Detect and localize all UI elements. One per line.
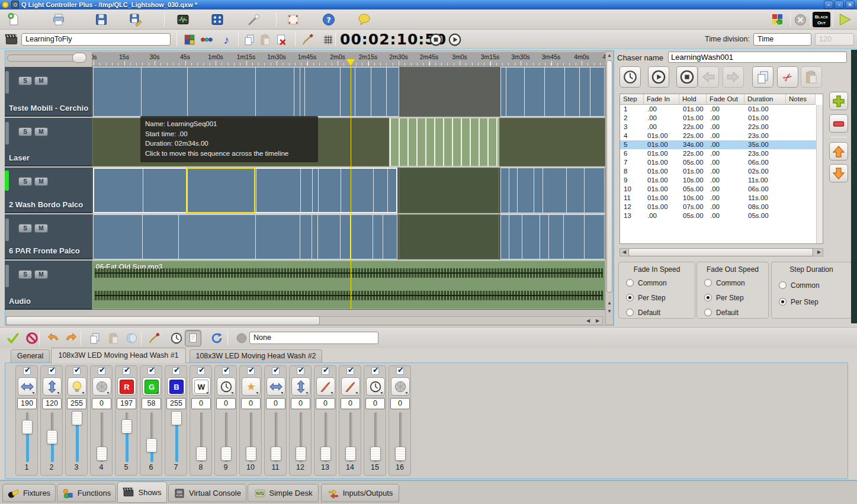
channel-value[interactable]: 0 — [92, 398, 111, 409]
sequence-block[interactable] — [399, 168, 499, 213]
channel-slider-handle[interactable] — [171, 411, 182, 425]
speed-icon[interactable]: ▼ — [366, 377, 385, 396]
playhead-line[interactable] — [351, 66, 351, 309]
scroll-down-icon[interactable]: ▼ — [606, 308, 613, 315]
playhead-marker-icon[interactable] — [346, 59, 355, 66]
channel-enable-checkbox[interactable] — [73, 367, 81, 375]
step-plus-button[interactable] — [829, 92, 848, 110]
channel-slider-handle[interactable] — [146, 438, 157, 452]
audio-panel-button[interactable] — [174, 11, 192, 28]
sequence-block[interactable] — [93, 67, 399, 117]
step-row[interactable]: 1201s.0007s.00.0008s.00 — [620, 203, 816, 211]
track-header[interactable]: SMTeste Mobili - Cerchio — [5, 67, 92, 117]
chaser-scissors-button[interactable]: ✂ — [777, 66, 798, 88]
tab-virtual-console[interactable]: Virtual Console — [168, 484, 246, 502]
channel-value[interactable]: 0 — [316, 398, 335, 409]
radio-per-step[interactable] — [626, 294, 634, 301]
track-header[interactable]: SMAudio — [5, 261, 92, 310]
scroll-up-icon[interactable]: ▲ — [606, 52, 613, 59]
mute-button[interactable]: M — [34, 270, 48, 279]
clock-button[interactable] — [168, 330, 185, 346]
channel-enable-checkbox[interactable] — [98, 367, 105, 375]
scroll-up-icon[interactable]: ▲ — [606, 300, 613, 307]
chaser-name-input[interactable] — [668, 52, 847, 63]
blind-button[interactable] — [233, 330, 250, 346]
chaser-arrow-left-button[interactable] — [698, 66, 719, 88]
channel-enable-checkbox[interactable] — [222, 367, 230, 375]
chaser-play-circle-button[interactable] — [648, 66, 669, 88]
solo-button[interactable]: S — [18, 177, 32, 186]
fixture-palette-button[interactable] — [769, 11, 787, 28]
sequence-block[interactable] — [399, 214, 499, 259]
step-row[interactable]: 601s.0022s.00.0023s.00 — [620, 149, 816, 158]
blue-icon[interactable]: B▼ — [167, 377, 186, 396]
track-header[interactable]: SM2 Wash Bordo Palco — [5, 168, 92, 213]
tab-shows[interactable]: Shows — [117, 481, 167, 503]
chaser-arrow-right-button[interactable] — [723, 66, 744, 88]
close-button[interactable]: × — [845, 1, 855, 9]
delete-button[interactable] — [274, 32, 289, 47]
paste-button[interactable] — [105, 330, 122, 346]
add-audio-note-button[interactable]: ♪ — [219, 32, 235, 47]
column-header-hold[interactable]: Hold — [679, 94, 707, 105]
selected-step-outline[interactable] — [186, 168, 255, 213]
paste-button[interactable] — [258, 32, 273, 47]
solo-button[interactable]: S — [18, 127, 32, 136]
printer-button[interactable] — [50, 11, 68, 28]
channel-enable-checkbox[interactable] — [346, 367, 354, 375]
channel-value[interactable]: 120 — [42, 398, 62, 409]
pan-icon[interactable]: ▼ — [18, 377, 37, 396]
run-show-button[interactable] — [836, 11, 853, 28]
tool-icon[interactable]: ▼ — [316, 377, 335, 396]
step-row[interactable]: 1001s.0005s.00.0006s.00 — [620, 185, 816, 194]
unfold-left-button[interactable] — [45, 330, 62, 346]
channel-slider-handle[interactable] — [395, 447, 406, 461]
column-header-notes[interactable]: Notes — [786, 94, 816, 105]
radio-common[interactable] — [626, 279, 634, 287]
channel-enable-checkbox[interactable] — [396, 367, 404, 375]
tab-functions[interactable]: Functions — [57, 484, 116, 502]
scroll-left-icon[interactable]: ◀ — [621, 249, 628, 256]
channel-enable-checkbox[interactable] — [48, 367, 56, 375]
chaser-paste-button[interactable] — [801, 66, 822, 88]
sequence-block[interactable] — [93, 214, 397, 259]
clone-button[interactable] — [123, 330, 140, 346]
channel-slider-handle[interactable] — [221, 447, 232, 461]
solo-button[interactable]: S — [18, 270, 32, 279]
green-icon[interactable]: G▼ — [142, 377, 161, 396]
radio-common[interactable] — [779, 281, 787, 289]
speed-bus-select[interactable]: None — [249, 332, 378, 344]
channel-value[interactable]: 58 — [142, 398, 161, 409]
mute-button[interactable]: M — [34, 224, 48, 233]
bpm-spinner[interactable]: 120 — [815, 33, 854, 46]
dimmer-icon[interactable]: ▼ — [68, 377, 86, 396]
help-button[interactable]: ? — [320, 11, 338, 28]
copy-button[interactable] — [242, 32, 257, 47]
channel-value[interactable]: 197 — [117, 398, 136, 409]
effect-icon[interactable]: ★▼ — [242, 377, 261, 396]
audio-sequence-block[interactable]: 06-Fat Old Sun.mp3 — [92, 261, 605, 309]
track-header[interactable]: SM6 PAR Fronte Palco — [5, 214, 92, 259]
tab-inputs-outputs[interactable]: Inputs/Outputs — [321, 484, 399, 502]
column-header-step[interactable]: Step — [620, 94, 644, 105]
channel-value[interactable]: 0 — [241, 398, 261, 409]
channel-value[interactable]: 0 — [390, 398, 410, 409]
grid-button[interactable] — [320, 32, 336, 47]
tab-simple-desk[interactable]: Simple Desk — [248, 484, 319, 502]
scroll-right-icon[interactable]: ▶ — [816, 249, 823, 256]
step-row[interactable]: 13.0005s.00.0005s.00 — [620, 211, 816, 220]
save-button[interactable] — [92, 11, 110, 28]
copy-button[interactable] — [86, 330, 103, 346]
pan-icon[interactable]: ▼ — [267, 377, 285, 396]
channel-value[interactable]: 0 — [216, 398, 236, 409]
channel-value[interactable]: 0 — [341, 398, 360, 409]
tilt-icon[interactable]: ▼ — [291, 377, 310, 396]
step-row[interactable]: 501s.0034s.00.0035s.00 — [620, 140, 823, 149]
tab-fixtures[interactable]: Fixtures — [2, 484, 56, 502]
snapshot-button[interactable] — [185, 330, 201, 346]
channel-value[interactable]: 255 — [166, 398, 186, 409]
channel-enable-checkbox[interactable] — [371, 367, 379, 375]
channel-enable-checkbox[interactable] — [272, 367, 280, 375]
unfold-right-button[interactable] — [63, 330, 79, 346]
step-row[interactable]: 401s.0022s.00.0023s.00 — [620, 131, 816, 140]
